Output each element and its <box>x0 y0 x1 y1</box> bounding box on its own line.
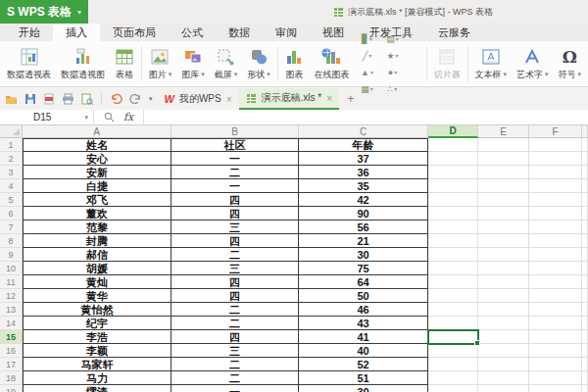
cell[interactable] <box>478 317 529 330</box>
row-header-4[interactable]: 4 <box>0 179 23 193</box>
wordart-button[interactable]: 艺术字 <box>512 42 554 85</box>
menu-tab-5[interactable]: 审阅 <box>263 24 310 41</box>
cell[interactable]: 56 <box>299 220 428 234</box>
cell[interactable]: 37 <box>299 152 428 166</box>
cell[interactable] <box>428 179 478 193</box>
cell[interactable] <box>529 207 582 220</box>
print-icon[interactable] <box>62 93 74 105</box>
tab-document[interactable]: 演示底稿.xls * × <box>239 88 340 110</box>
cell[interactable]: 一 <box>172 179 299 193</box>
cell[interactable] <box>428 207 478 220</box>
cell[interactable]: 四 <box>172 330 299 344</box>
row-header-15[interactable]: 15 <box>0 330 23 344</box>
insert-picture-button[interactable]: 图片 <box>144 42 177 85</box>
cell[interactable]: 35 <box>299 179 428 193</box>
cell[interactable] <box>428 317 478 330</box>
cell[interactable]: 封腾 <box>23 234 172 248</box>
open-file-icon[interactable] <box>5 93 18 105</box>
cell[interactable] <box>582 138 588 152</box>
cell[interactable] <box>529 262 582 275</box>
cell[interactable]: 一 <box>172 152 299 166</box>
cell[interactable]: 李浩 <box>23 330 172 344</box>
menu-tab-1[interactable]: 插入 <box>53 24 100 41</box>
cell[interactable] <box>478 371 529 385</box>
cell[interactable] <box>478 138 529 152</box>
radar-chart-button[interactable]: ★ <box>379 47 405 64</box>
cell[interactable] <box>529 220 582 234</box>
cell[interactable] <box>529 166 582 179</box>
column-header-E[interactable]: E <box>478 125 529 138</box>
cell[interactable] <box>529 317 582 330</box>
row-header-6[interactable]: 6 <box>0 207 23 220</box>
cell[interactable] <box>478 330 529 344</box>
cell[interactable] <box>582 330 588 344</box>
cell[interactable]: 姓名 <box>23 138 172 152</box>
cell[interactable]: 43 <box>299 317 428 330</box>
cell[interactable] <box>478 220 529 234</box>
cell[interactable]: 21 <box>299 234 428 248</box>
cell[interactable] <box>428 234 478 248</box>
cell[interactable]: 邓飞 <box>23 193 172 207</box>
scatter-chart-button[interactable]: ∴ <box>379 80 405 97</box>
cell[interactable]: 二 <box>172 317 299 330</box>
cell[interactable]: 胡媛 <box>23 262 172 275</box>
cell[interactable] <box>478 166 529 179</box>
cell[interactable] <box>582 152 588 166</box>
cell[interactable] <box>428 385 478 392</box>
cell[interactable] <box>582 193 588 207</box>
cell[interactable]: 李颖 <box>23 344 172 358</box>
select-all-corner[interactable] <box>0 125 23 138</box>
cell[interactable]: 30 <box>299 248 428 262</box>
insert-function-icon[interactable]: fx <box>123 111 133 123</box>
cell[interactable]: 白捷 <box>23 179 172 193</box>
row-header-18[interactable]: 18 <box>0 371 23 385</box>
cell[interactable] <box>582 166 588 179</box>
cell[interactable]: 安心 <box>23 152 172 166</box>
new-tab-button[interactable]: + <box>339 91 363 106</box>
export-pdf-icon[interactable] <box>43 93 55 105</box>
cell[interactable] <box>428 248 478 262</box>
wps-menu-button[interactable]: S WPS 表格 ▾ <box>0 0 88 24</box>
column-chart-button[interactable]: ▊ <box>354 30 379 47</box>
cell[interactable] <box>529 330 582 344</box>
cell[interactable]: 郝信 <box>23 248 172 262</box>
menu-tab-2[interactable]: 页面布局 <box>100 24 169 41</box>
menu-tab-8[interactable]: 云服务 <box>425 24 483 41</box>
cell[interactable]: 缪清 <box>23 385 172 392</box>
cell[interactable]: 四 <box>172 193 299 207</box>
cell[interactable] <box>582 303 588 317</box>
column-header-A[interactable]: A <box>23 125 172 138</box>
print-preview-icon[interactable] <box>81 93 93 105</box>
cell[interactable]: 二 <box>172 303 299 317</box>
cell[interactable]: 51 <box>299 371 428 385</box>
cell[interactable]: 二 <box>172 166 299 179</box>
cell[interactable] <box>582 289 588 303</box>
cell[interactable] <box>428 193 478 207</box>
cell[interactable] <box>478 344 529 358</box>
row-header-14[interactable]: 14 <box>0 317 23 330</box>
cell[interactable] <box>428 358 478 371</box>
cell[interactable]: 安新 <box>23 166 172 179</box>
gallery-button[interactable]: 图库 <box>176 42 210 85</box>
tab-my-wps[interactable]: W 我的WPS × <box>158 88 239 110</box>
menu-tab-3[interactable]: 公式 <box>169 24 216 41</box>
cell[interactable] <box>529 275 582 289</box>
cell[interactable] <box>428 220 478 234</box>
cell[interactable]: 36 <box>299 166 428 179</box>
cell[interactable] <box>428 275 478 289</box>
row-header-13[interactable]: 13 <box>0 303 23 317</box>
cell[interactable]: 二 <box>172 371 299 385</box>
menu-tab-4[interactable]: 数据 <box>216 24 263 41</box>
pivot-table-button[interactable]: 数据透视表 <box>2 42 56 85</box>
cell[interactable] <box>478 289 529 303</box>
row-header-10[interactable]: 10 <box>0 262 23 275</box>
cell[interactable] <box>478 358 529 371</box>
cell[interactable] <box>478 385 529 392</box>
symbol-button[interactable]: Ω 符号 <box>553 42 586 85</box>
cell[interactable]: 46 <box>299 303 428 317</box>
cell[interactable] <box>529 179 582 193</box>
cell[interactable] <box>582 385 588 392</box>
cell[interactable] <box>428 166 478 179</box>
cell[interactable]: 黄灿 <box>23 275 172 289</box>
column-header-C[interactable]: C <box>299 125 428 138</box>
